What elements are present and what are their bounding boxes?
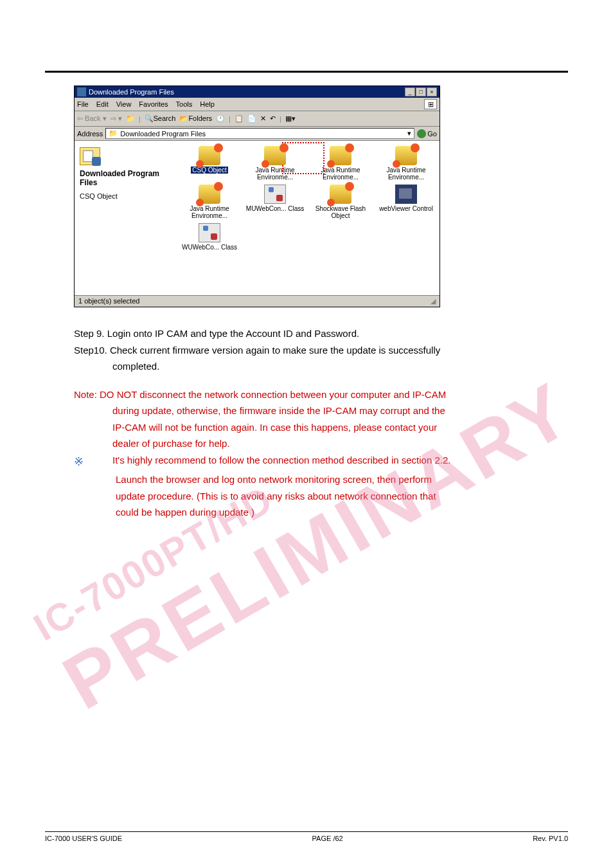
note-line: could be happen during update ) — [116, 504, 568, 521]
file-list: CSQ Object Java Runtime Environme... Jav… — [177, 141, 440, 295]
footer-center: PAGE /62 — [312, 835, 343, 842]
step-10: Step10. Check current firmware version a… — [74, 342, 568, 359]
status-bar: 1 object(s) selected ◢ — [75, 295, 440, 307]
list-item[interactable]: Java Runtime Environme... — [377, 146, 436, 181]
note-block: Note: DO NOT disconnect the network conn… — [45, 386, 568, 521]
forward-button[interactable]: ⇨ ▾ — [111, 114, 122, 123]
item-label: Shockwave Flash Object — [315, 205, 366, 219]
item-label: Java Runtime Environme... — [386, 167, 425, 181]
toolbar: ⇦ Back ▾ ⇨ ▾ 📁 | 🔍Search 📂Folders 🕐 | 📋 … — [75, 111, 440, 127]
list-item[interactable]: CSQ Object — [180, 146, 239, 181]
back-button[interactable]: ⇦ Back ▾ — [77, 114, 107, 123]
list-item[interactable]: Java Runtime Environme... — [311, 146, 370, 181]
list-item[interactable]: webViewer Control — [377, 185, 436, 219]
note-line: Note: DO NOT disconnect the network conn… — [74, 386, 568, 403]
list-item[interactable]: WUWebCo... Class — [180, 223, 239, 251]
menu-favorites[interactable]: Favorites — [139, 100, 168, 108]
list-item[interactable]: Java Runtime Environme... — [180, 185, 239, 219]
up-button[interactable]: 📁 — [126, 114, 135, 123]
note-line: during update, otherwise, the firmware i… — [112, 402, 568, 419]
activex-icon — [330, 185, 351, 204]
folder-icon: 📁 — [109, 129, 118, 138]
resize-grip-icon: ◢ — [431, 297, 436, 305]
delete-icon[interactable]: ✕ — [260, 114, 266, 123]
document-body: Step 9. Login onto IP CAM and type the A… — [45, 325, 568, 521]
activex-icon — [199, 146, 220, 165]
windows-logo-icon: ⊞ — [424, 99, 437, 109]
note-line: IP-CAM will not be function again. In ca… — [112, 419, 568, 436]
item-label: webViewer Control — [379, 205, 433, 212]
views-button[interactable]: ▦▾ — [285, 114, 296, 123]
window-titlebar: Downloaded Program Files _ □ × — [75, 86, 440, 98]
menu-tools[interactable]: Tools — [176, 100, 193, 108]
explorer-window: Downloaded Program Files _ □ × File Edit… — [74, 86, 440, 307]
menu-file[interactable]: File — [77, 100, 89, 108]
address-field[interactable]: 📁 Downloaded Program Files ▾ — [105, 128, 414, 139]
reference-mark: ※ — [74, 452, 112, 472]
maximize-button[interactable]: □ — [416, 87, 426, 96]
menu-view[interactable]: View — [116, 100, 132, 108]
step-9: Step 9. Login onto IP CAM and type the A… — [74, 325, 568, 342]
footer-left: IC-7000 USER'S GUIDE — [45, 835, 122, 842]
window-icon — [77, 87, 86, 96]
close-button[interactable]: × — [427, 87, 437, 96]
folder-large-icon — [80, 147, 100, 165]
address-bar: Address 📁 Downloaded Program Files ▾ Go — [75, 127, 440, 141]
menu-bar: File Edit View Favorites Tools Help ⊞ — [75, 98, 440, 111]
webviewer-icon — [395, 185, 417, 204]
item-label: WUWebCo... Class — [182, 244, 237, 251]
footer-right: Rev. PV1.0 — [533, 835, 568, 842]
item-label: CSQ Object — [191, 167, 227, 174]
go-button[interactable]: Go — [417, 129, 437, 138]
activex-icon — [330, 146, 351, 165]
dll-icon — [264, 185, 286, 204]
menu-help[interactable]: Help — [200, 100, 215, 108]
minimize-button[interactable]: _ — [405, 87, 415, 96]
activex-icon — [395, 146, 417, 165]
note-line: dealer of purchase for help. — [112, 435, 568, 452]
selected-object-label: CSQ Object — [80, 192, 172, 200]
item-label: Java Runtime Environme... — [255, 167, 294, 181]
list-item[interactable]: Shockwave Flash Object — [311, 185, 370, 219]
window-title: Downloaded Program Files — [89, 88, 174, 96]
history-button[interactable]: 🕐 — [216, 114, 225, 123]
note-line: It's highly recommend to follow the conn… — [112, 452, 451, 472]
address-label: Address — [77, 130, 103, 138]
activex-icon — [264, 146, 286, 165]
menu-edit[interactable]: Edit — [96, 100, 109, 108]
folders-button[interactable]: 📂Folders — [179, 114, 212, 123]
page-footer: IC-7000 USER'S GUIDE PAGE /62 Rev. PV1.0 — [45, 831, 568, 842]
item-label: MUWebCon... Class — [246, 205, 304, 212]
undo-icon[interactable]: ↶ — [270, 114, 276, 123]
activex-icon — [199, 185, 220, 204]
dropdown-icon[interactable]: ▾ — [407, 129, 411, 138]
item-label: Java Runtime Environme... — [321, 167, 360, 181]
info-pane: Downloaded Program Files CSQ Object — [75, 141, 177, 295]
status-text: 1 object(s) selected — [78, 297, 139, 305]
copy-to-icon[interactable]: 📄 — [247, 114, 256, 123]
note-line: Launch the browser and log onto network … — [116, 471, 568, 488]
search-button[interactable]: 🔍Search — [145, 114, 176, 123]
step-10-cont: completed. — [112, 358, 568, 375]
move-to-icon[interactable]: 📋 — [235, 114, 244, 123]
list-item[interactable]: MUWebCon... Class — [245, 185, 305, 219]
note-line: update procedure. (This is to avoid any … — [116, 488, 568, 505]
item-label: Java Runtime Environme... — [190, 205, 229, 219]
address-value: Downloaded Program Files — [120, 130, 206, 138]
dll-icon — [199, 223, 220, 242]
pane-title: Downloaded Program Files — [80, 169, 172, 187]
list-item[interactable]: Java Runtime Environme... — [245, 146, 305, 181]
